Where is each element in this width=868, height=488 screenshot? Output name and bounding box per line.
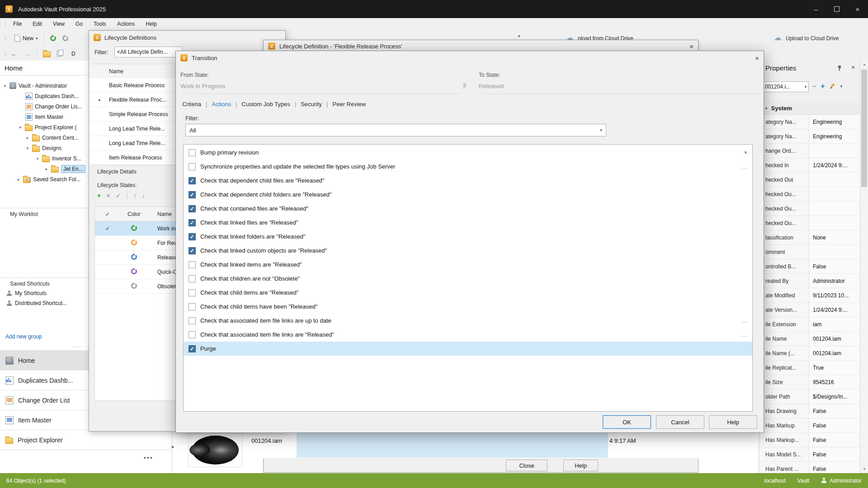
action-row[interactable]: Check that dependent child folders are "… bbox=[184, 188, 752, 202]
expander-icon[interactable]: ▾ bbox=[35, 156, 40, 161]
property-row[interactable]: ate Modified9/11/2023 10... bbox=[759, 288, 860, 303]
property-row[interactable]: ile Replicat...True bbox=[759, 361, 860, 375]
splitter-dots-icon[interactable]: ···· bbox=[71, 343, 82, 350]
action-row[interactable]: Check that associated item file links ar… bbox=[184, 314, 752, 328]
action-row[interactable]: Check that dependent child files are "Re… bbox=[184, 174, 752, 188]
tab-security[interactable]: Security bbox=[301, 101, 322, 108]
menu-actions[interactable]: Actions bbox=[112, 21, 140, 27]
checkbox[interactable] bbox=[189, 149, 196, 156]
property-row[interactable]: Has DrawingFalse bbox=[759, 404, 860, 418]
pin-icon[interactable] bbox=[837, 65, 842, 71]
properties-section-header[interactable]: ▾ System bbox=[759, 102, 860, 115]
property-row[interactable]: ontrolled B...False bbox=[759, 259, 860, 274]
sidebar-nav-project-explorer[interactable]: Project Explorer bbox=[0, 430, 172, 450]
action-row[interactable]: Synchronize properties and update the se… bbox=[184, 160, 752, 174]
action-row[interactable]: Check that linked folders are "Released" bbox=[184, 230, 752, 244]
toolbar-overflow-button[interactable]: ▾ bbox=[518, 33, 520, 39]
action-row[interactable]: Check that associated item file links ar… bbox=[184, 328, 752, 342]
checkbox[interactable] bbox=[189, 177, 196, 184]
property-row[interactable]: ile Name001204.iam bbox=[759, 332, 860, 346]
menu-edit[interactable]: Edit bbox=[27, 21, 47, 27]
property-row[interactable]: hecked Ou... bbox=[759, 216, 860, 230]
property-row[interactable]: reated ByAdministrator bbox=[759, 274, 860, 288]
close-panel-icon[interactable]: × bbox=[851, 64, 855, 71]
tab-peer-review[interactable]: Peer Review bbox=[333, 101, 366, 108]
property-row[interactable]: hecked Ou... bbox=[759, 202, 860, 216]
vertical-scrollbar[interactable]: ▲ ▼ bbox=[860, 61, 868, 473]
status-circle-button[interactable] bbox=[59, 33, 71, 43]
help-button[interactable]: Help bbox=[709, 415, 757, 429]
property-row[interactable]: Has Markup...False bbox=[759, 433, 860, 447]
cancel-button[interactable]: Cancel bbox=[656, 415, 704, 429]
close-icon[interactable]: × bbox=[755, 54, 759, 62]
folder-up-button[interactable] bbox=[40, 48, 54, 59]
property-row[interactable]: hecked Out bbox=[759, 173, 860, 187]
delete-state-button[interactable]: × bbox=[106, 192, 110, 199]
checkbox[interactable] bbox=[189, 289, 196, 296]
refresh-button[interactable] bbox=[47, 33, 59, 43]
expander-icon[interactable]: ▸ bbox=[16, 177, 21, 182]
checkbox[interactable] bbox=[189, 191, 196, 198]
property-row[interactable]: ategory Na...Engineering bbox=[759, 129, 860, 144]
checkbox[interactable] bbox=[189, 317, 196, 324]
property-row[interactable]: ate Version...1/24/2024 9:... bbox=[759, 303, 860, 317]
checkbox[interactable] bbox=[189, 247, 196, 254]
property-row[interactable]: hange Ord... bbox=[759, 144, 860, 158]
scrollbar-thumb[interactable] bbox=[861, 70, 867, 187]
action-row[interactable]: Check that child items are "Released" bbox=[184, 286, 752, 300]
minimize-button[interactable]: – bbox=[806, 0, 826, 18]
action-row[interactable]: Check that contained files are "Released… bbox=[184, 202, 752, 216]
property-row[interactable]: lassificationNone bbox=[759, 230, 860, 245]
add-state-button[interactable]: + bbox=[97, 192, 101, 199]
property-row[interactable]: Has MarkupFalse bbox=[759, 418, 860, 433]
property-row[interactable]: ategory Na...Engineering bbox=[759, 115, 860, 129]
property-row[interactable]: ile Extensioniam bbox=[759, 317, 860, 332]
expander-icon[interactable]: ▾ bbox=[18, 125, 23, 130]
checkbox[interactable] bbox=[189, 219, 196, 226]
property-row[interactable]: hecked In1/24/2024 9:... bbox=[759, 158, 860, 173]
action-row[interactable]: Bump primary revision▾ bbox=[184, 145, 752, 160]
copy-view-button[interactable] bbox=[54, 49, 65, 58]
ok-button[interactable]: OK bbox=[603, 415, 651, 429]
row-browse-icon[interactable]: … bbox=[742, 164, 747, 169]
action-row[interactable]: Check that linked custom objects are "Re… bbox=[184, 244, 752, 258]
property-row[interactable]: ile Name (...001204.iam bbox=[759, 346, 860, 361]
add-property-button[interactable]: + bbox=[821, 82, 825, 90]
checkbox[interactable] bbox=[189, 303, 196, 310]
action-row[interactable]: Purge bbox=[184, 342, 752, 356]
help-button[interactable]: Help bbox=[563, 460, 598, 471]
close-button[interactable]: × bbox=[847, 0, 868, 18]
tab-custom-job-types[interactable]: Custom Job Types bbox=[241, 101, 290, 108]
selected-file-row-highlight[interactable] bbox=[297, 432, 608, 458]
checkbox[interactable] bbox=[189, 163, 196, 170]
forward-button[interactable]: → bbox=[21, 48, 34, 59]
row-dropdown-icon[interactable]: ▾ bbox=[744, 150, 747, 155]
checkbox[interactable] bbox=[189, 233, 196, 240]
menu-view[interactable]: View bbox=[47, 21, 70, 27]
row-browse-icon[interactable]: … bbox=[742, 332, 747, 338]
expander-icon[interactable]: ▸ bbox=[25, 136, 30, 140]
back-button[interactable]: ← bbox=[8, 48, 21, 59]
scroll-down-icon[interactable]: ▼ bbox=[860, 465, 868, 473]
property-row[interactable]: older Path$/Designs/In... bbox=[759, 389, 860, 404]
nav-pane-options-button[interactable]: ••• bbox=[144, 455, 154, 461]
move-up-button[interactable]: ↑ bbox=[133, 192, 137, 199]
checkbox[interactable] bbox=[189, 275, 196, 282]
close-icon[interactable]: × bbox=[689, 42, 693, 50]
tab-criteria[interactable]: Criteria bbox=[182, 101, 201, 108]
add-new-group-link[interactable]: Add new group bbox=[5, 333, 42, 340]
checkbox[interactable] bbox=[189, 205, 196, 212]
close-button[interactable]: Close bbox=[506, 460, 547, 471]
property-row[interactable]: omment bbox=[759, 245, 860, 259]
new-button[interactable]: New ▾ bbox=[11, 33, 41, 43]
properties-file-selector[interactable]: 001204.i... ▾ bbox=[763, 81, 809, 92]
action-row[interactable]: Check that linked items are "Released" bbox=[184, 258, 752, 272]
upload-cloud-button[interactable]: ☁↑ Upload to Cloud Drive bbox=[774, 34, 839, 42]
property-row[interactable]: hecked Ou... bbox=[759, 187, 860, 202]
expand-arrow-icon[interactable]: ▸ bbox=[89, 98, 101, 102]
edit-pencil-icon[interactable] bbox=[830, 83, 836, 89]
expander-icon[interactable]: ▾ bbox=[3, 84, 7, 88]
shortcut-item-my-shortcuts[interactable]: My Shortcuts bbox=[6, 290, 47, 296]
menu-file[interactable]: File bbox=[8, 21, 27, 27]
lifecycle-filter-dropdown[interactable]: <All Lifecycle Defin... bbox=[114, 47, 182, 57]
